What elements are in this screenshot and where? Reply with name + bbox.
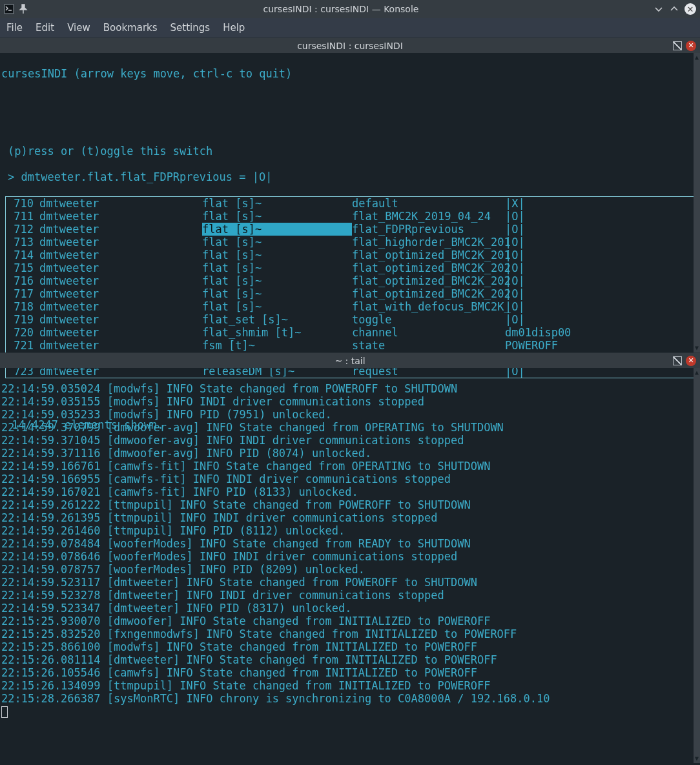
menu-view[interactable]: View: [67, 22, 90, 34]
split-top-titlebar: cursesINDI : cursesINDI ✕: [0, 37, 700, 53]
menu-help[interactable]: Help: [223, 22, 245, 34]
scroll-down-icon[interactable]: ▼: [694, 754, 700, 763]
log-line: 22:14:59.166761 [camwfs-fit] INFO State …: [1, 460, 697, 473]
app-icon: [4, 4, 14, 14]
split-bottom-titlebar: ~ : tail ✕: [0, 352, 700, 368]
scroll-up-icon[interactable]: ▲: [694, 368, 700, 377]
minimize-icon[interactable]: [654, 4, 664, 14]
menu-settings[interactable]: Settings: [170, 22, 211, 34]
property-cell: flat [s]~: [202, 223, 352, 236]
property-cell: flat [s]~: [202, 300, 352, 313]
log-line: 22:14:59.261395 [ttmpupil] INFO INDI dri…: [1, 511, 697, 524]
log-line: 22:14:59.371045 [dmwoofer-avg] INFO INDI…: [1, 434, 697, 447]
table-row[interactable]: 720dmtweeterflat_shmim [t]~channeldm01di…: [7, 326, 693, 339]
cursor-icon: [1, 706, 8, 718]
log-line: 22:15:26.134099 [ttmpupil] INFO State ch…: [1, 679, 697, 692]
split-maximize-icon[interactable]: [673, 356, 682, 365]
scrollbar-bottom[interactable]: ▲▼: [694, 368, 700, 763]
log-line: 22:15:25.866100 [modwfs] INFO State chan…: [1, 640, 697, 653]
property-cell: flat [s]~: [202, 249, 352, 261]
log-line: 22:14:59.166955 [camwfs-fit] INFO INDI d…: [1, 473, 697, 485]
log-line: 22:15:25.930070 [dmwoofer] INFO State ch…: [1, 615, 697, 627]
scroll-up-icon[interactable]: ▲: [694, 53, 700, 62]
log-line: 22:14:59.078646 [wooferModes] INFO INDI …: [1, 550, 697, 563]
maximize-icon[interactable]: [669, 4, 679, 14]
log-line: 22:15:25.832520 [fxngenmodwfs] INFO Stat…: [1, 627, 697, 640]
log-line: 22:14:59.371116 [dmwoofer-avg] INFO PID …: [1, 447, 697, 460]
close-icon[interactable]: ✕: [685, 3, 696, 15]
element-list-box: 710dmtweeterflat [s]~default|X| 711dmtwe…: [5, 196, 695, 378]
window-title: cursesINDI : cursesINDI — Konsole: [28, 4, 654, 14]
table-row[interactable]: 714dmtweeterflat [s]~flat_optimized_BMC2…: [7, 249, 693, 261]
property-cell: flat [s]~: [202, 274, 352, 287]
log-line: 22:14:59.523278 [dmtweeter] INFO INDI dr…: [1, 589, 697, 602]
table-row[interactable]: 711dmtweeterflat [s]~flat_BMC2K_2019_04_…: [7, 210, 693, 223]
svg-rect-0: [5, 5, 14, 14]
split-close-icon[interactable]: ✕: [686, 41, 696, 51]
log-line: 22:15:28.266387 [sysMonRTC] INFO chrony …: [1, 692, 697, 705]
property-cell: flat [s]~: [202, 287, 352, 300]
log-line: 22:15:26.105546 [camwfs] INFO State chan…: [1, 666, 697, 679]
log-line: 22:14:59.035024 [modwfs] INFO State chan…: [1, 382, 697, 395]
table-row[interactable]: 716dmtweeterflat [s]~flat_optimized_BMC2…: [7, 274, 693, 287]
property-cell: flat [s]~: [202, 210, 352, 223]
table-row[interactable]: 721dmtweeterfsm [t]~statePOWEROFF: [7, 339, 693, 352]
menu-file[interactable]: File: [6, 22, 23, 34]
window-titlebar: cursesINDI : cursesINDI — Konsole ✕: [0, 0, 700, 18]
log-line: 22:14:59.078757 [wooferModes] INFO PID (…: [1, 563, 697, 576]
log-line: 22:14:59.035155 [modwfs] INFO INDI drive…: [1, 395, 697, 408]
table-row[interactable]: 719dmtweeterflat_set [s]~toggle|O|: [7, 313, 693, 326]
table-row[interactable]: 710dmtweeterflat [s]~default|X|: [7, 197, 693, 210]
log-line: 22:14:59.523347 [dmtweeter] INFO PID (83…: [1, 602, 697, 615]
property-cell: flat_set [s]~: [202, 313, 352, 326]
table-row[interactable]: 715dmtweeterflat [s]~flat_optimized_BMC2…: [7, 261, 693, 274]
menu-edit[interactable]: Edit: [36, 22, 54, 34]
log-line: 22:14:59.261222 [ttmpupil] INFO State ch…: [1, 498, 697, 511]
log-line: 22:14:59.261460 [ttmpupil] INFO PID (811…: [1, 524, 697, 537]
table-row[interactable]: 713dmtweeterflat [s]~flat_highorder_BMC2…: [7, 236, 693, 249]
curses-prompt: > dmtweeter.flat.flat_FDPRprevious = |O|: [1, 170, 697, 183]
log-line: 22:14:59.523117 [dmtweeter] INFO State c…: [1, 576, 697, 589]
curses-instruction: (p)ress or (t)oggle this switch: [1, 145, 697, 158]
table-row[interactable]: 712dmtweeterflat [s]~flat_FDPRprevious|O…: [7, 223, 693, 236]
pin-icon[interactable]: [18, 4, 28, 14]
property-cell: flat [s]~: [202, 261, 352, 274]
scrollbar-top[interactable]: ▲ ▼: [694, 53, 700, 352]
property-cell: flat [s]~: [202, 197, 352, 210]
log-line: 22:14:59.078484 [wooferModes] INFO State…: [1, 537, 697, 550]
cursor-line: [1, 705, 697, 718]
terminal-top[interactable]: cursesINDI (arrow keys move, ctrl-c to q…: [0, 53, 700, 352]
split-top-title: cursesINDI : cursesINDI: [297, 41, 403, 51]
menu-bookmarks[interactable]: Bookmarks: [103, 22, 158, 34]
log-line: 22:15:26.081114 [dmtweeter] INFO State c…: [1, 653, 697, 666]
split-bottom-title: ~ : tail: [335, 356, 365, 366]
terminal-bottom[interactable]: 22:14:59.035024 [modwfs] INFO State chan…: [0, 368, 700, 763]
menubar: File Edit View Bookmarks Settings Help: [0, 18, 700, 37]
split-maximize-icon[interactable]: [673, 41, 682, 50]
property-cell: flat_shmim [t]~: [202, 326, 352, 339]
curses-header: cursesINDI (arrow keys move, ctrl-c to q…: [1, 67, 697, 80]
table-row[interactable]: 717dmtweeterflat [s]~flat_optimized_BMC2…: [7, 287, 693, 300]
scroll-down-icon[interactable]: ▼: [694, 343, 700, 352]
property-cell: fsm [t]~: [202, 339, 352, 352]
property-cell: flat [s]~: [202, 236, 352, 249]
log-line: 22:14:59.370799 [dmwoofer-avg] INFO Stat…: [1, 421, 697, 434]
split-close-icon[interactable]: ✕: [686, 356, 696, 366]
table-row[interactable]: 718dmtweeterflat [s]~flat_with_defocus_B…: [7, 300, 693, 313]
log-line: 22:14:59.035233 [modwfs] INFO PID (7951)…: [1, 408, 697, 421]
log-line: 22:14:59.167021 [camwfs-fit] INFO PID (8…: [1, 485, 697, 498]
